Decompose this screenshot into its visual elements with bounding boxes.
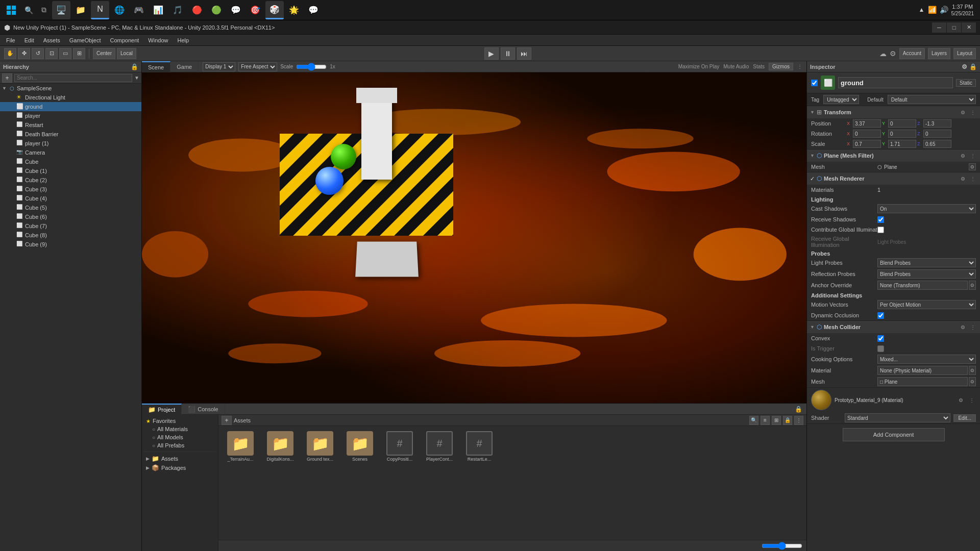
aspect-select[interactable]: Free Aspect [238, 62, 277, 71]
search-taskbar[interactable]: 🔍 [21, 3, 36, 17]
menu-gameobject[interactable]: GameObject [65, 36, 105, 44]
assets-size-slider[interactable] [762, 543, 802, 548]
scene-filter-icon[interactable]: ▼ [134, 75, 139, 81]
layout-dropdown[interactable]: Layout [953, 48, 976, 59]
tray-icons[interactable]: ▲ [919, 6, 925, 13]
tool-hand[interactable]: ✋ [4, 48, 16, 59]
pivot-dropdown[interactable]: Center [93, 48, 115, 59]
layers-dropdown[interactable]: Layers [928, 48, 950, 59]
asset-script-0[interactable]: # CopyPositi... [382, 430, 418, 463]
taskbar-app-12[interactable]: 💬 [304, 1, 323, 19]
taskbar-app-6[interactable]: 🔴 [188, 1, 206, 19]
gizmos-dropdown[interactable]: Gizmos [769, 63, 793, 70]
material-settings-btn[interactable]: ⚙ [957, 396, 965, 404]
hierarchy-search[interactable] [14, 74, 132, 82]
menu-window[interactable]: Window [144, 36, 172, 44]
rot-z-input[interactable] [923, 130, 951, 138]
add-component-button[interactable]: Add Component [843, 428, 945, 441]
hier-item-cube9[interactable]: ▶ ⬜ Cube (9) [0, 240, 141, 249]
pos-x-input[interactable] [853, 119, 881, 128]
motion-vectors-select[interactable]: Per Object Motion [877, 300, 976, 309]
cloud-icon[interactable]: ⚙ [890, 49, 896, 58]
mesh-renderer-check[interactable]: ✓ [810, 176, 815, 182]
taskbar-app-8[interactable]: 💬 [227, 1, 245, 19]
rot-x-input[interactable] [853, 130, 881, 138]
hier-item-cube2[interactable]: ▶ ⬜ Cube (2) [0, 176, 141, 185]
collider-mesh-pick-btn[interactable]: ⊙ [969, 377, 976, 386]
pos-y-input[interactable] [888, 119, 916, 128]
assets-search-btn[interactable]: 🔍 [749, 416, 758, 425]
menu-assets[interactable]: Assets [39, 36, 64, 44]
collider-material-pick-btn[interactable]: ⊙ [969, 366, 976, 375]
task-view-btn[interactable]: ⧉ [37, 3, 51, 17]
mesh-filter-pick-btn[interactable]: ⊙ [969, 163, 976, 170]
all-prefabs-item[interactable]: ○ All Prefabs [144, 441, 216, 449]
material-more-btn[interactable]: ⋮ [968, 396, 976, 404]
mesh-filter-header[interactable]: ▼ ⬡ Plane (Mesh Filter) ⚙ ⋮ [807, 149, 980, 162]
asset-folder-2[interactable]: 📁 Ground tex... [302, 430, 338, 463]
rot-y-input[interactable] [888, 130, 916, 138]
tag-select[interactable]: Untagged [823, 95, 859, 104]
reflection-probes-select[interactable]: Blend Probes [877, 269, 976, 279]
hier-item-samplescene[interactable]: ▼ ⬡ SampleScene [0, 84, 141, 93]
transform-settings-btn[interactable]: ⚙ [959, 108, 967, 116]
hierarchy-lock-icon[interactable]: 🔒 [131, 63, 138, 70]
menu-file[interactable]: File [2, 36, 19, 44]
menu-help[interactable]: Help [173, 36, 193, 44]
asset-folder-3[interactable]: 📁 Scenes [342, 430, 378, 463]
tray-sound[interactable]: 🔊 [940, 6, 948, 14]
hier-item-player1[interactable]: ▶ ⬜ player (1) [0, 139, 141, 148]
maximize-on-play-label[interactable]: Maximize On Play [678, 64, 720, 69]
hier-item-cube1[interactable]: ▶ ⬜ Cube (1) [0, 166, 141, 176]
favorites-item[interactable]: ★ Favorites [144, 417, 216, 425]
assets-grid-view-btn[interactable]: ⊞ [772, 416, 781, 425]
anchor-pick-btn[interactable]: ⊙ [969, 281, 976, 290]
cast-shadows-select[interactable]: On [877, 204, 976, 213]
inspector-lock-icon[interactable]: 🔒 [969, 63, 977, 70]
asset-folder-0[interactable]: 📁 _TerrainAu... [223, 430, 258, 463]
hier-item-cube3[interactable]: ▶ ⬜ Cube (3) [0, 185, 141, 194]
hier-item-dirlight[interactable]: ▶ ☀ Directional Light [0, 93, 141, 102]
taskbar-app-1[interactable]: 🖥️ [52, 1, 70, 19]
tool-rotate[interactable]: ↺ [32, 48, 44, 59]
minimize-button[interactable]: ─ [932, 22, 946, 33]
transform-more-btn[interactable]: ⋮ [969, 108, 977, 116]
hier-item-cube7[interactable]: ▶ ⬜ Cube (7) [0, 221, 141, 231]
hier-item-ground[interactable]: ▶ ⬜ ground [0, 102, 141, 111]
hier-item-restart[interactable]: ▶ ⬜ Restart [0, 120, 141, 130]
menu-edit[interactable]: Edit [20, 36, 38, 44]
taskbar-app-7[interactable]: 🟢 [207, 1, 226, 19]
hier-item-player[interactable]: ▶ ⬜ player [0, 111, 141, 120]
all-models-item[interactable]: ○ All Models [144, 433, 216, 441]
assets-tree-item[interactable]: ▶ 📁 Assets [144, 454, 216, 463]
tool-move[interactable]: ✤ [18, 48, 30, 59]
scale-slider[interactable] [296, 64, 327, 69]
mute-audio-label[interactable]: Mute Audio [723, 64, 749, 69]
more-options-icon[interactable]: ⋮ [797, 64, 802, 69]
account-dropdown[interactable]: Account [899, 48, 925, 59]
scale-x-input[interactable] [853, 140, 881, 148]
collab-icon[interactable]: ☁ [879, 49, 887, 58]
step-button[interactable]: ⏭ [517, 47, 531, 60]
asset-script-2[interactable]: # RestartLe... [461, 430, 497, 463]
cooking-options-select[interactable]: Mixed... [877, 355, 976, 364]
dynamic-occlusion-checkbox[interactable] [877, 312, 884, 319]
hier-item-cube5[interactable]: ▶ ⬜ Cube (5) [0, 203, 141, 212]
mesh-renderer-header[interactable]: ✓ ⬡ Mesh Renderer ⚙ ⋮ [807, 172, 980, 185]
scale-y-input[interactable] [888, 140, 916, 148]
assets-add-btn[interactable]: + [222, 416, 232, 425]
layer-select[interactable]: Default [888, 95, 976, 104]
asset-folder-1[interactable]: 📁 DigitalKons... [262, 430, 298, 463]
coord-dropdown[interactable]: Local [117, 48, 136, 59]
packages-tree-item[interactable]: ▶ 📦 Packages [144, 463, 216, 472]
menu-component[interactable]: Component [106, 36, 143, 44]
taskbar-app-10[interactable]: 🎲 [265, 1, 284, 19]
stats-label[interactable]: Stats [753, 64, 765, 69]
scale-z-input[interactable] [923, 140, 951, 148]
taskbar-app-3[interactable]: 🎮 [130, 1, 148, 19]
taskbar-app-9[interactable]: 🎯 [246, 1, 264, 19]
mesh-renderer-more-btn[interactable]: ⋮ [969, 174, 977, 183]
pause-button[interactable]: ⏸ [501, 47, 515, 60]
close-button[interactable]: ✕ [962, 22, 976, 33]
tool-scale[interactable]: ⊡ [45, 48, 58, 59]
